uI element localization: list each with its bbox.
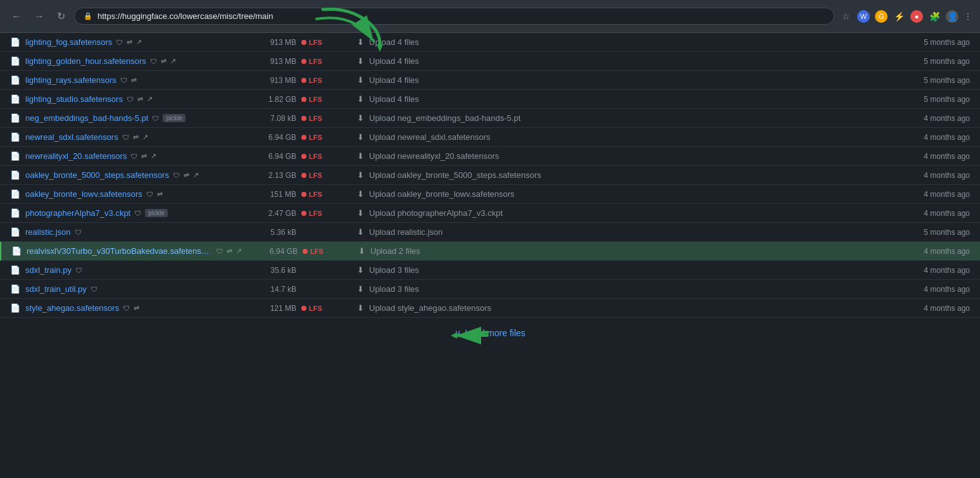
link-icon: ⇌: [161, 57, 166, 65]
external-link-icon: ↗: [170, 57, 176, 65]
download-icon[interactable]: ⬇: [357, 189, 364, 199]
lfs-label: LFS: [309, 39, 322, 46]
lfs-dot: [301, 40, 306, 45]
download-icon[interactable]: ⬇: [357, 75, 364, 85]
file-badge: pickle: [163, 114, 185, 122]
file-icon: 📄: [10, 265, 20, 275]
lfs-dot: [303, 249, 308, 254]
shield-icon: 🛡: [75, 229, 82, 236]
download-icon[interactable]: ⬇: [357, 132, 364, 142]
lfs-label: LFS: [309, 172, 322, 179]
lfs-dot: [301, 116, 306, 121]
external-link-icon: ↗: [136, 38, 142, 46]
download-icon[interactable]: ⬇: [358, 246, 365, 256]
download-icon[interactable]: ⬇: [357, 208, 364, 218]
download-icon[interactable]: ⬇: [357, 284, 364, 294]
table-row[interactable]: 📄neg_embeddings_bad-hands-5.pt🛡pickle7.0…: [0, 109, 980, 128]
extension-icon-1[interactable]: W: [857, 10, 870, 23]
download-icon[interactable]: ⬇: [357, 113, 364, 123]
table-row[interactable]: 📄style_ahegao.safetensors🛡⇌121 MBLFS⬇Upl…: [0, 299, 980, 318]
file-name: neg_embeddings_bad-hands-5.pt🛡pickle: [25, 113, 241, 123]
table-row[interactable]: 📄sdxl_train_util.py🛡14.7 kB⬇Upload 3 fil…: [0, 280, 980, 299]
load-more-button[interactable]: ∨ Load more files: [0, 318, 980, 348]
file-size: 7.08 kB: [246, 114, 296, 123]
profile-icon[interactable]: 👤: [946, 10, 958, 23]
url-text: https://huggingface.co/lowercase/misc/tr…: [97, 11, 273, 21]
download-icon[interactable]: ⬇: [357, 56, 364, 66]
download-icon[interactable]: ⬇: [357, 37, 364, 47]
table-row[interactable]: 📄newrealityxl_20.safetensors🛡⇌↗6.94 GBLF…: [0, 147, 980, 166]
file-size: 913 MB: [246, 57, 296, 66]
shield-icon: 🛡: [152, 115, 159, 122]
commit-message: Upload 4 files: [369, 94, 889, 104]
link-icon: ⇌: [127, 38, 132, 46]
file-icon: 📄: [10, 284, 20, 294]
table-row[interactable]: 📄sdxl_train.py🛡35.6 kB⬇Upload 3 files4 m…: [0, 261, 980, 280]
file-icon: 📄: [10, 208, 20, 218]
lfs-label: LFS: [309, 191, 322, 198]
file-size: 6.94 GB: [246, 152, 296, 161]
commit-message: Upload style_ahegao.safetensors: [369, 303, 889, 313]
extension-icon-2[interactable]: G: [875, 10, 888, 23]
lfs-area: LFS: [301, 134, 352, 141]
menu-icon[interactable]: ⋮: [964, 11, 972, 22]
lfs-area: LFS: [303, 248, 353, 255]
shield-icon: 🛡: [134, 210, 141, 217]
commit-message: Upload 2 files: [370, 246, 889, 256]
address-bar[interactable]: 🔒 https://huggingface.co/lowercase/misc/…: [74, 8, 834, 25]
timestamp: 5 months ago: [894, 76, 970, 85]
extension-icon-4[interactable]: ●: [910, 10, 923, 23]
file-icon: 📄: [10, 94, 20, 104]
star-icon[interactable]: ☆: [839, 10, 852, 23]
back-button[interactable]: ←: [8, 8, 25, 25]
lfs-label: LFS: [310, 248, 324, 255]
lock-icon: 🔒: [84, 12, 92, 20]
extension-icon-5[interactable]: 🧩: [928, 10, 941, 23]
file-icon: 📄: [10, 113, 20, 123]
lfs-area: LFS: [301, 210, 352, 217]
file-list: 📄lighting_fog.safetensors🛡⇌↗913 MBLFS⬇Up…: [0, 33, 980, 318]
link-icon: ⇌: [227, 247, 232, 255]
external-link-icon: ↗: [151, 152, 156, 160]
table-row[interactable]: 📄lighting_fog.safetensors🛡⇌↗913 MBLFS⬇Up…: [0, 33, 980, 52]
commit-message: Upload 4 files: [369, 37, 889, 47]
file-size: 6.94 GB: [246, 133, 296, 142]
lfs-area: LFS: [301, 191, 352, 198]
shield-icon: 🛡: [122, 134, 129, 141]
file-size: 5.36 kB: [246, 228, 296, 237]
file-name: style_ahegao.safetensors🛡⇌: [25, 303, 241, 313]
table-row[interactable]: 📄lighting_rays.safetensors🛡⇌913 MBLFS⬇Up…: [0, 71, 980, 90]
file-icon: 📄: [10, 189, 20, 199]
commit-message: Upload realistic.json: [369, 227, 889, 237]
file-icon: 📄: [10, 132, 20, 142]
file-size: 14.7 kB: [246, 285, 296, 294]
table-row[interactable]: 📄realistic.json🛡5.36 kB⬇Upload realistic…: [0, 223, 980, 242]
download-icon[interactable]: ⬇: [357, 94, 364, 104]
timestamp: 4 months ago: [894, 247, 970, 256]
shield-icon: 🛡: [173, 172, 180, 179]
browser-actions: ☆ W G ⚡ ● 🧩 👤 ⋮: [839, 10, 972, 23]
lfs-area: LFS: [301, 153, 352, 160]
download-icon[interactable]: ⬇: [357, 227, 364, 237]
commit-message: Upload newrealityxl_20.safetensors: [369, 151, 889, 161]
download-icon[interactable]: ⬇: [357, 303, 364, 313]
timestamp: 4 months ago: [894, 285, 970, 294]
file-size: 2.47 GB: [246, 209, 296, 218]
table-row[interactable]: 📄realvisxlV30Turbo_v30TurboBakedvae.safe…: [0, 242, 980, 261]
download-icon[interactable]: ⬇: [357, 265, 364, 275]
download-icon[interactable]: ⬇: [357, 170, 364, 180]
lfs-area: LFS: [301, 96, 352, 103]
table-row[interactable]: 📄oakley_bronte_5000_steps.safetensors🛡⇌↗…: [0, 166, 980, 185]
table-row[interactable]: 📄newreal_sdxl.safetensors🛡⇌↗6.94 GBLFS⬇U…: [0, 128, 980, 147]
lfs-label: LFS: [309, 305, 322, 312]
table-row[interactable]: 📄lighting_golden_hour.safetensors🛡⇌↗913 …: [0, 52, 980, 71]
commit-message: Upload newreal_sdxl.safetensors: [369, 132, 889, 142]
extension-icon-3[interactable]: ⚡: [893, 10, 905, 23]
forward-button[interactable]: →: [30, 8, 48, 25]
table-row[interactable]: 📄lighting_studio.safetensors🛡⇌↗1.82 GBLF…: [0, 90, 980, 109]
table-row[interactable]: 📄photographerAlpha7_v3.ckpt🛡pickle2.47 G…: [0, 204, 980, 223]
reload-button[interactable]: ↻: [53, 8, 69, 25]
download-icon[interactable]: ⬇: [357, 151, 364, 161]
lfs-area: LFS: [301, 172, 352, 179]
table-row[interactable]: 📄oakley_bronte_lowv.safetensors🛡⇌151 MBL…: [0, 185, 980, 204]
